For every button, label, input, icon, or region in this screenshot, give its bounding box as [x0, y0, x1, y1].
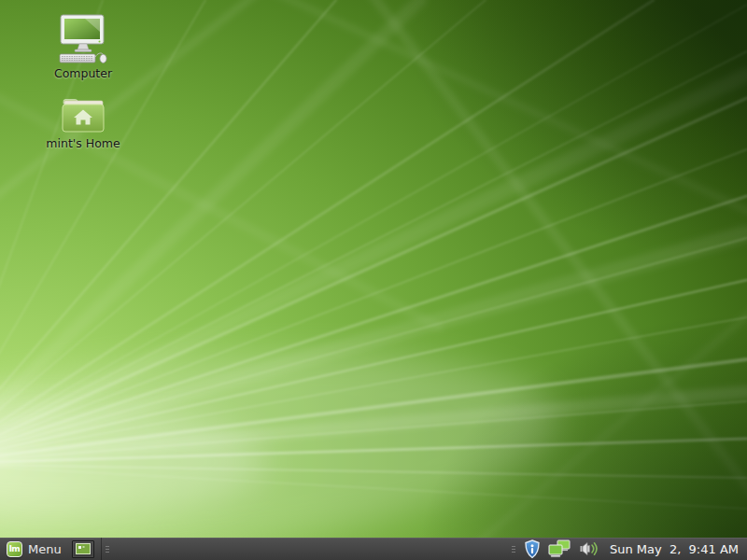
- system-tray: Sun May 2, 9:41 AM: [511, 538, 747, 560]
- wallpaper-image: [0, 0, 747, 560]
- update-manager-shield-icon: [523, 539, 542, 559]
- desktop-icon-label-computer: Computer: [54, 67, 112, 80]
- desktop-icon-computer[interactable]: Computer: [36, 14, 130, 80]
- tray-drag-handle[interactable]: [511, 538, 516, 560]
- volume-icon: [579, 540, 599, 557]
- show-desktop-icon: [76, 543, 91, 554]
- home-folder-icon: [61, 97, 106, 134]
- bottom-panel: lm Menu: [0, 538, 747, 560]
- volume-tray-item[interactable]: [579, 540, 599, 557]
- update-manager-tray-item[interactable]: [523, 539, 542, 559]
- linux-mint-logo-icon: lm: [7, 541, 22, 557]
- desktop[interactable]: Computer mint's Home: [0, 0, 747, 560]
- window-list-drag-handle[interactable]: [101, 538, 113, 560]
- network-manager-icon: [548, 539, 572, 558]
- menu-button[interactable]: lm Menu: [0, 538, 69, 560]
- computer-monitor-icon: [56, 14, 110, 64]
- desktop-icon-home[interactable]: mint's Home: [36, 97, 130, 150]
- show-desktop-button[interactable]: [72, 540, 94, 558]
- menu-button-label: Menu: [28, 542, 62, 556]
- network-manager-tray-item[interactable]: [548, 539, 572, 558]
- clock-applet[interactable]: Sun May 2, 9:41 AM: [610, 542, 739, 556]
- desktop-icon-label-home: mint's Home: [46, 137, 120, 150]
